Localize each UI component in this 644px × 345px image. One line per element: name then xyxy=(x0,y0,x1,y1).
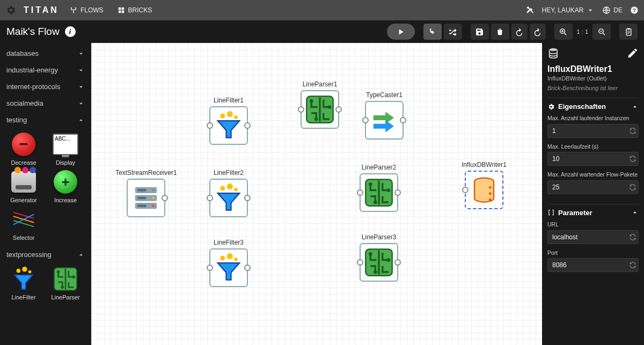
category-textprocessing[interactable]: textprocessing xyxy=(4,246,87,263)
brick-generator[interactable]: Generator xyxy=(4,169,43,203)
shuffle-button[interactable] xyxy=(444,24,462,40)
globe-icon xyxy=(602,6,611,14)
chevron-down-icon xyxy=(77,50,85,57)
port-in[interactable] xyxy=(207,265,213,271)
port-in[interactable] xyxy=(357,259,363,266)
node-linefilter3[interactable]: LineFilter3 xyxy=(209,239,248,287)
nav-bricks[interactable]: BRICKS xyxy=(114,4,156,16)
svg-point-22 xyxy=(57,270,60,274)
language-switch[interactable]: DE xyxy=(602,6,623,14)
category-internet-protocols[interactable]: internet-protocols xyxy=(4,78,87,95)
node-linefilter1[interactable]: LineFilter1 xyxy=(209,97,248,145)
svg-rect-13 xyxy=(627,28,630,30)
brick-decrease[interactable]: −Decrease xyxy=(4,131,43,166)
prop-input-0[interactable] xyxy=(547,124,639,138)
port-out[interactable] xyxy=(400,117,406,123)
port-out[interactable] xyxy=(244,265,251,271)
svg-text:?: ? xyxy=(633,8,636,13)
svg-point-41 xyxy=(227,253,233,259)
node-influxdbwriter1[interactable]: InfluxDBWriter1 xyxy=(462,161,507,209)
settings-gear-icon[interactable] xyxy=(5,5,16,16)
language-label: DE xyxy=(613,6,623,14)
param-label-0: URL xyxy=(547,221,639,229)
port-out[interactable] xyxy=(162,195,168,201)
user-greeting: HEY, LAUKAR xyxy=(542,6,584,14)
help-icon[interactable]: ? xyxy=(630,6,639,14)
chevron-up-icon xyxy=(631,103,639,111)
port-in[interactable] xyxy=(207,122,213,129)
undo-button[interactable] xyxy=(511,24,528,40)
delete-button[interactable] xyxy=(491,24,509,40)
port-in[interactable] xyxy=(357,189,363,196)
param-input-0[interactable] xyxy=(547,230,639,244)
chevron-down-icon xyxy=(77,83,85,91)
port-out[interactable] xyxy=(335,106,342,113)
svg-point-44 xyxy=(310,99,313,103)
prop-input-2[interactable] xyxy=(547,180,639,194)
category-testing[interactable]: testing xyxy=(4,112,87,128)
brick-selector[interactable]: Selector xyxy=(4,207,43,241)
prop-input-1[interactable] xyxy=(547,152,639,166)
port-out[interactable] xyxy=(244,122,251,129)
port-in[interactable] xyxy=(362,117,369,123)
section-parameters-header[interactable]: Parameter xyxy=(547,209,639,217)
param-input-1[interactable] xyxy=(547,258,639,272)
brick-display[interactable]: ABC...Display xyxy=(46,131,85,166)
port-out[interactable] xyxy=(244,195,251,201)
refresh-icon[interactable] xyxy=(629,155,636,163)
run-button[interactable] xyxy=(387,24,415,40)
port-out[interactable] xyxy=(394,189,401,196)
category-databases[interactable]: databases xyxy=(4,45,87,62)
clipboard-button[interactable] xyxy=(619,24,638,40)
refresh-icon[interactable] xyxy=(629,183,636,191)
brick-linefilter[interactable]: LineFilter xyxy=(4,266,43,300)
node-typecaster1[interactable]: TypeCaster1 xyxy=(365,91,404,140)
svg-point-50 xyxy=(374,201,377,204)
node-lineparser3[interactable]: LineParser3 xyxy=(360,233,398,282)
flow-info-button[interactable]: i xyxy=(65,26,76,37)
redo-button[interactable] xyxy=(530,24,546,40)
svg-point-48 xyxy=(369,182,372,186)
branch-button[interactable] xyxy=(423,24,442,40)
svg-rect-5 xyxy=(118,11,121,13)
svg-point-49 xyxy=(387,188,391,192)
nav-flows[interactable]: FLOWS xyxy=(67,4,107,16)
node-textstreamreceiver1[interactable]: TextStreamReceiver1 xyxy=(115,169,177,217)
chevron-down-icon xyxy=(77,100,85,107)
user-menu[interactable]: HEY, LAUKAR xyxy=(542,6,595,14)
svg-point-0 xyxy=(71,8,72,9)
node-lineparser1[interactable]: LineParser1 xyxy=(301,80,339,129)
svg-rect-3 xyxy=(118,8,121,10)
flow-canvas[interactable]: TextStreamReceiver1LineFilter1LineFilter… xyxy=(91,43,542,345)
port-in[interactable] xyxy=(462,187,469,193)
category-socialmedia[interactable]: socialmedia xyxy=(4,95,87,112)
zoom-out-button[interactable] xyxy=(592,24,611,40)
port-in[interactable] xyxy=(298,106,304,113)
param-label-1: Port xyxy=(547,249,639,257)
port-in[interactable] xyxy=(207,195,213,201)
refresh-icon[interactable] xyxy=(629,233,636,241)
chevron-down-icon xyxy=(586,6,595,14)
svg-point-18 xyxy=(17,269,21,273)
svg-point-29 xyxy=(152,197,155,200)
port-out[interactable] xyxy=(394,259,401,266)
prop-label-1: Max. Leerlaufzeit (s) xyxy=(547,143,639,151)
nav-bricks-label: BRICKS xyxy=(128,6,152,14)
refresh-icon[interactable] xyxy=(629,261,636,269)
brick-increase[interactable]: +Increase xyxy=(46,169,85,203)
category-industrial-energy[interactable]: industrial-energy xyxy=(4,62,87,78)
svg-point-19 xyxy=(22,267,27,272)
refresh-icon[interactable] xyxy=(629,127,636,135)
svg-point-20 xyxy=(28,270,32,274)
node-lineparser2[interactable]: LineParser2 xyxy=(360,164,398,212)
save-button[interactable] xyxy=(471,24,489,40)
brick-lineparser[interactable]: LineParser xyxy=(46,266,85,300)
svg-point-56 xyxy=(489,186,492,189)
tools-icon[interactable] xyxy=(526,6,535,14)
svg-rect-33 xyxy=(138,204,147,207)
svg-point-59 xyxy=(550,48,558,52)
zoom-in-button[interactable] xyxy=(554,24,573,40)
edit-icon[interactable] xyxy=(627,47,639,59)
node-linefilter2[interactable]: LineFilter2 xyxy=(209,169,248,217)
section-properties-header[interactable]: Eigenschaften xyxy=(547,102,639,111)
